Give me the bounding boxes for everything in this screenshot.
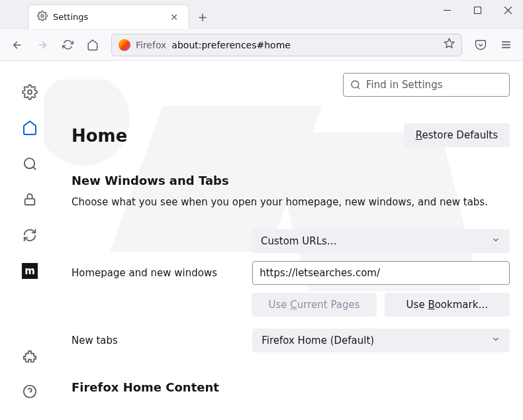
svg-rect-11: [25, 199, 35, 205]
svg-point-1: [41, 15, 44, 17]
sidebar-item-more[interactable]: m: [21, 262, 38, 280]
find-in-settings-placeholder: Find in Settings: [366, 79, 442, 91]
browser-tab[interactable]: Settings ✕: [29, 5, 188, 29]
newtabs-row-label: New tabs: [71, 335, 243, 346]
homepage-row-label: Homepage and new windows: [71, 267, 243, 279]
homepage-mode-select[interactable]: Custom URLs…: [252, 229, 510, 253]
svg-line-15: [357, 87, 359, 89]
sidebar-item-extensions[interactable]: [21, 348, 38, 366]
use-bookmark-button[interactable]: Use Bookmark…: [385, 293, 510, 317]
sidebar-item-privacy[interactable]: [21, 191, 38, 208]
new-tab-button[interactable]: +: [193, 8, 212, 26]
sidebar: m: [0, 61, 60, 420]
restore-defaults-button[interactable]: Restore Defaults: [404, 123, 510, 147]
section-firefox-home-content-title: Firefox Home Content: [71, 380, 510, 394]
chevron-down-icon: [491, 235, 500, 247]
newtabs-mode-label: Firefox Home (Default): [262, 335, 374, 346]
toolbar: Firefox about:preferences#home: [0, 29, 523, 61]
svg-rect-2: [444, 10, 451, 11]
forward-button[interactable]: [32, 34, 53, 56]
sidebar-item-sync[interactable]: [21, 227, 38, 244]
svg-rect-3: [474, 7, 481, 13]
firefox-logo-icon: [119, 39, 130, 51]
sidebar-item-help[interactable]: [21, 383, 38, 400]
reload-button[interactable]: [57, 34, 78, 56]
url-bar[interactable]: Firefox about:preferences#home: [111, 34, 462, 56]
content-area: m Find in Settings Home Restore Defaults…: [0, 61, 523, 420]
home-button[interactable]: [82, 34, 103, 56]
section-new-windows-desc: Choose what you see when you open your h…: [71, 195, 510, 209]
svg-point-8: [28, 90, 32, 94]
sidebar-item-search[interactable]: [21, 155, 38, 172]
url-scope: Firefox: [136, 40, 166, 50]
section-new-windows-title: New Windows and Tabs: [71, 174, 510, 187]
svg-line-10: [32, 166, 35, 169]
m-icon: m: [22, 263, 38, 279]
gear-icon: [37, 11, 48, 24]
maximize-button[interactable]: [462, 0, 493, 20]
sidebar-item-general[interactable]: [21, 83, 38, 101]
close-window-button[interactable]: [493, 0, 523, 20]
window-controls: [432, 0, 523, 20]
svg-point-14: [352, 81, 359, 88]
svg-point-9: [24, 158, 34, 168]
tab-title: Settings: [53, 12, 163, 22]
newtabs-mode-select[interactable]: Firefox Home (Default): [252, 329, 510, 352]
find-in-settings-input[interactable]: Find in Settings: [343, 73, 510, 97]
svg-marker-4: [444, 38, 453, 47]
close-tab-icon[interactable]: ✕: [168, 11, 180, 23]
use-current-pages-button[interactable]: Use Current Pages: [252, 293, 377, 317]
titlebar: Settings ✕ +: [0, 0, 523, 29]
url-path: about:preferences#home: [171, 40, 291, 50]
homepage-mode-label: Custom URLs…: [261, 235, 337, 247]
sidebar-item-home[interactable]: [21, 119, 38, 136]
main-panel: Find in Settings Home Restore Defaults N…: [60, 61, 523, 420]
bookmark-star-icon[interactable]: [444, 38, 455, 52]
search-icon: [350, 79, 361, 90]
minimize-button[interactable]: [432, 0, 462, 20]
back-button[interactable]: [7, 34, 28, 56]
chevron-down-icon: [491, 335, 500, 346]
pocket-button[interactable]: [470, 34, 491, 56]
homepage-url-input[interactable]: [252, 261, 510, 285]
app-menu-button[interactable]: [495, 34, 516, 56]
